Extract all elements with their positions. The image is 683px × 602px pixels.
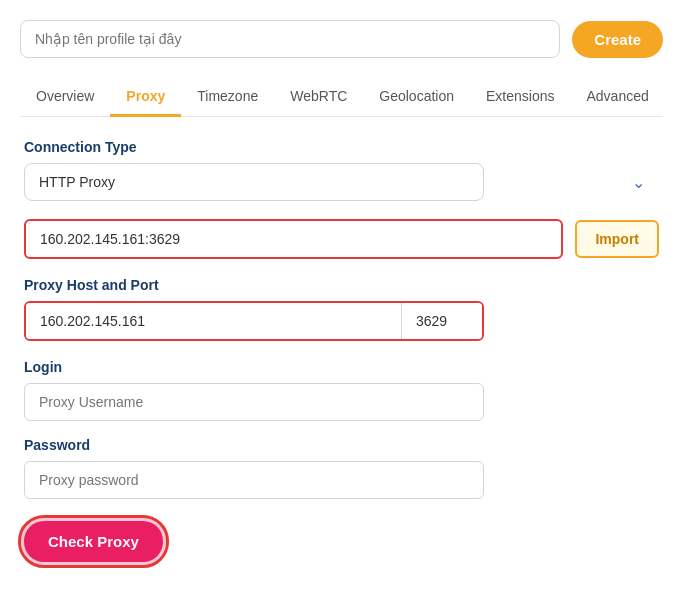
import-button[interactable]: Import <box>575 220 659 258</box>
tab-geolocation[interactable]: Geolocation <box>363 78 470 117</box>
proxy-username-input[interactable] <box>24 383 484 421</box>
host-port-label: Proxy Host and Port <box>24 277 659 293</box>
connection-type-label: Connection Type <box>24 139 659 155</box>
tab-extensions[interactable]: Extensions <box>470 78 570 117</box>
connection-type-select[interactable]: HTTP Proxy SOCKS4 SOCKS5 No Proxy <box>24 163 484 201</box>
host-port-row <box>24 301 484 341</box>
password-field-group <box>24 461 484 499</box>
connection-type-wrapper: HTTP Proxy SOCKS4 SOCKS5 No Proxy ⌄ <box>24 163 659 201</box>
tab-proxy[interactable]: Proxy <box>110 78 181 117</box>
tab-timezone[interactable]: Timezone <box>181 78 274 117</box>
password-label: Password <box>24 437 659 453</box>
tabs-bar: Overview Proxy Timezone WebRTC Geolocati… <box>20 78 663 117</box>
header-row: Create <box>20 20 663 58</box>
create-button[interactable]: Create <box>572 21 663 58</box>
profile-name-input[interactable] <box>20 20 560 58</box>
tab-advanced[interactable]: Advanced <box>571 78 665 117</box>
login-field-group <box>24 383 484 421</box>
tab-webrtc[interactable]: WebRTC <box>274 78 363 117</box>
proxy-port-input[interactable] <box>402 303 482 339</box>
login-label: Login <box>24 359 659 375</box>
proxy-string-input[interactable] <box>24 219 563 259</box>
chevron-down-icon: ⌄ <box>632 172 645 191</box>
check-proxy-button[interactable]: Check Proxy <box>24 521 163 562</box>
proxy-tab-content: Connection Type HTTP Proxy SOCKS4 SOCKS5… <box>20 139 663 562</box>
tab-overview[interactable]: Overview <box>20 78 110 117</box>
proxy-host-input[interactable] <box>26 303 401 339</box>
proxy-password-input[interactable] <box>24 461 484 499</box>
proxy-string-row: Import <box>24 219 659 259</box>
